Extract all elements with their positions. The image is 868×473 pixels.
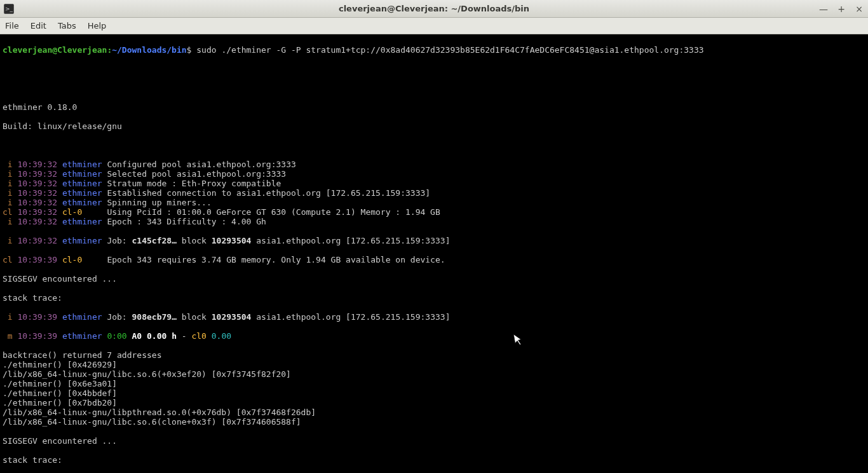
- backtrace-line: ./ethminer() [0x426929]: [3, 360, 865, 369]
- prompt-userhost: cleverjean@Cleverjean: [3, 45, 107, 55]
- log-line: i 10:39:32 ethminer Spinning up miners..…: [3, 198, 865, 207]
- backtrace-line: ./ethminer() [0x6e3a01]: [3, 379, 865, 388]
- terminal-app-icon: >_: [4, 4, 14, 14]
- backtrace-line: ./ethminer() [0x7bdb20]: [3, 398, 865, 408]
- menu-tabs[interactable]: Tabs: [58, 21, 76, 31]
- sigsegv-2: SIGSEGV encountered ...: [3, 436, 865, 446]
- backtrace-line: /lib/x86_64-linux-gnu/libpthread.so.0(+0…: [3, 408, 865, 417]
- stack-trace-1: stack trace:: [3, 293, 865, 303]
- prompt-line: cleverjean@Cleverjean:~/Downloads/bin$ s…: [3, 45, 865, 55]
- backtrace-line: /lib/x86_64-linux-gnu/libc.so.6(clone+0x…: [3, 417, 865, 427]
- job-line-1: i 10:39:32 ethminer Job: c145cf28… block…: [3, 236, 865, 245]
- cl-memory-line: cl 10:39:39 cl-0 Epoch 343 requires 3.74…: [3, 255, 865, 264]
- log-line: i 10:39:32 ethminer Stratum mode : Eth-P…: [3, 179, 865, 188]
- terminal-output[interactable]: cleverjean@Cleverjean:~/Downloads/bin$ s…: [0, 34, 868, 473]
- window-titlebar: >_ cleverjean@Cleverjean: ~/Downloads/bi…: [0, 0, 868, 18]
- stack-trace-2: stack trace:: [3, 455, 865, 465]
- log-block: i 10:39:32 ethminer Configured pool asia…: [3, 160, 865, 226]
- job-line-2: i 10:39:39 ethminer Job: 908ecb79… block…: [3, 312, 865, 322]
- log-line: i 10:39:32 ethminer Epoch : 343 Difficul…: [3, 217, 865, 226]
- log-line: cl 10:39:32 cl-0 Using PciId : 01:00.0 G…: [3, 207, 865, 217]
- entered-command: sudo ./ethminer -G -P stratum1+tcp://0x8…: [191, 45, 703, 55]
- miner-status-line: m 10:39:39 ethminer 0:00 A0 0.00 h - cl0…: [3, 331, 865, 341]
- ethminer-version: ethminer 0.18.0: [3, 102, 865, 112]
- window-title: cleverjean@Cleverjean: ~/Downloads/bin: [339, 4, 529, 13]
- backtrace-line: backtrace() returned 7 addresses: [3, 350, 865, 360]
- log-line: i 10:39:32 ethminer Configured pool asia…: [3, 160, 865, 169]
- close-button[interactable]: ×: [854, 4, 864, 14]
- prompt-path: ~/Downloads/bin: [112, 45, 186, 55]
- backtrace-1: backtrace() returned 7 addresses./ethmin…: [3, 350, 865, 427]
- backtrace-line: ./ethminer() [0x4bbdef]: [3, 388, 865, 398]
- maximize-button[interactable]: +: [836, 4, 846, 14]
- minimize-button[interactable]: —: [818, 4, 829, 14]
- window-controls: — + ×: [818, 4, 864, 14]
- ethminer-build: Build: linux/release/gnu: [3, 121, 865, 131]
- backtrace-line: /lib/x86_64-linux-gnu/libc.so.6(+0x3ef20…: [3, 369, 865, 379]
- log-line: i 10:39:32 ethminer Established connecti…: [3, 188, 865, 198]
- menu-help[interactable]: Help: [88, 21, 107, 31]
- log-line: i 10:39:32 ethminer Selected pool asia1.…: [3, 169, 865, 179]
- menu-edit[interactable]: Edit: [31, 21, 46, 31]
- menu-bar: File Edit Tabs Help: [0, 18, 868, 34]
- menu-file[interactable]: File: [5, 21, 19, 31]
- sigsegv-1: SIGSEGV encountered ...: [3, 274, 865, 284]
